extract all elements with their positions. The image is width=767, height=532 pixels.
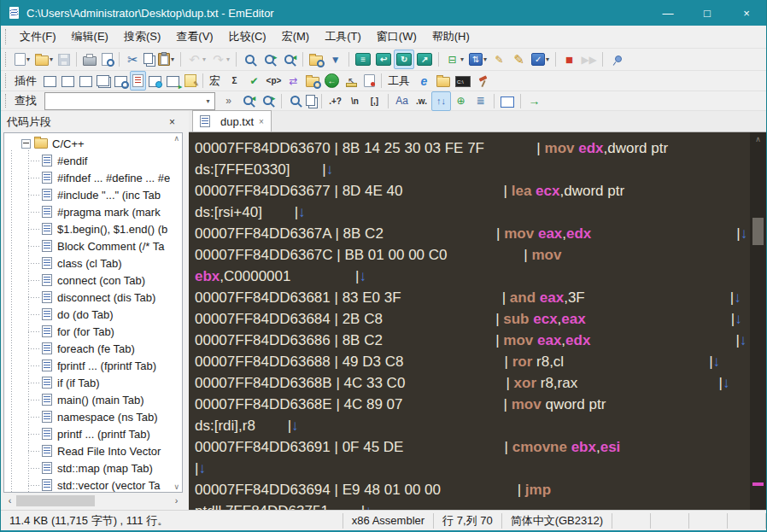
tool-hammer-button[interactable] (473, 71, 493, 91)
print-button[interactable] (80, 50, 99, 69)
editor-line[interactable]: 00007FF84DD63694 | E9 48 01 00 00 | jmp (195, 479, 750, 500)
find-input[interactable] (45, 95, 202, 107)
macro-select-button[interactable]: ↖ (342, 71, 361, 91)
match-case-button[interactable]: Aa (392, 91, 412, 111)
status-encoding[interactable]: 简体中文(GB2312) (502, 513, 612, 529)
status-cursor-position[interactable]: 行 7,列 70 (434, 513, 502, 529)
incremental-search-button[interactable]: ↑↓ (431, 91, 451, 111)
snippet-item[interactable]: std::vector (vector Ta (4, 476, 170, 492)
macro-stop-doc-button[interactable] (361, 71, 378, 91)
snippet-item[interactable]: Read File Into Vector (4, 442, 170, 459)
snippet-item[interactable]: disconnect (dis Tab) (4, 289, 170, 306)
editor-content[interactable]: 00007FF84DD63670 | 8B 14 25 30 03 FE 7F … (189, 132, 750, 510)
macro-p-tag-button[interactable]: <p> (264, 71, 284, 91)
macro-arrows-button[interactable]: ⇄ (284, 71, 303, 91)
plugin-outline-text-button[interactable] (77, 71, 95, 91)
macro-options-button[interactable]: ✓▾ (529, 50, 552, 69)
use-regex-button[interactable]: .+? (325, 91, 345, 111)
scroll-left-icon[interactable]: ‹ (3, 494, 16, 507)
snippet-item[interactable]: if (if Tab) (4, 374, 170, 391)
editor-line[interactable]: ds:[rsi+40] |↓ (195, 202, 750, 223)
editor-line[interactable]: 00007FF84DD63677 | 8D 4E 40 | lea ecx,dw… (195, 180, 750, 202)
scrollbar-thumb[interactable] (752, 218, 764, 245)
snippet-item[interactable]: connect (con Tab) (4, 272, 170, 289)
sync-scroll-button[interactable]: ⇅▾ (466, 50, 489, 69)
plugin-web-preview-button[interactable] (146, 71, 164, 91)
editor-line[interactable]: ebx,C0000001 |↓ (195, 266, 750, 287)
snippet-item[interactable]: class (cl Tab) (4, 254, 170, 272)
use-escape-sequence-button[interactable]: \n (345, 91, 365, 111)
snippet-item[interactable]: #ifndef ... #define ... #e (4, 169, 170, 186)
tree-root-cpp[interactable]: C/C++ (4, 135, 170, 152)
open-file-button[interactable]: ▾ (32, 50, 56, 69)
snippet-item[interactable]: #include "..." (inc Tab (4, 186, 170, 203)
scrollbar-track[interactable] (16, 494, 170, 507)
snippet-item[interactable]: #pragma mark (mark (4, 203, 170, 220)
find-all-button[interactable] (285, 91, 305, 111)
snippet-item[interactable]: foreach (fe Tab) (4, 340, 170, 357)
whole-word-button[interactable]: .w. (412, 91, 431, 111)
snippet-item[interactable]: do (do Tab) (4, 306, 170, 323)
scroll-right-icon[interactable]: › (170, 494, 183, 507)
menu-item-m[interactable]: 宏(M) (274, 26, 318, 48)
menu-item-h[interactable]: 帮助(H) (424, 26, 477, 48)
plugin-snippets-button[interactable] (130, 71, 146, 91)
snippet-item[interactable]: main() (main Tab) (4, 391, 170, 408)
record-macro-button[interactable]: ✎ (489, 50, 509, 69)
scroll-up-icon[interactable]: ∧ (750, 132, 766, 146)
no-wrap-button[interactable]: ≡ (353, 50, 373, 69)
copy-results-button[interactable] (305, 91, 318, 111)
editor-line[interactable]: 00007FF84DD63691 | 0F 45 DE | cmovne ebx… (195, 436, 750, 458)
tab-dup-txt[interactable]: dup.txt × (192, 110, 272, 132)
new-file-button[interactable]: ▾ (12, 50, 32, 69)
pin-button[interactable] (606, 50, 625, 69)
filter-screen-button[interactable] (498, 91, 517, 111)
editor-line[interactable]: ntdll.7FF84DD63751 |↓ (195, 500, 750, 510)
snippets-panel-close-icon[interactable]: × (167, 116, 178, 128)
play-macro-button[interactable]: ✎ (509, 50, 529, 69)
menu-item-t[interactable]: 工具(T) (317, 26, 369, 48)
plugin-open-documents-button[interactable] (95, 71, 112, 91)
undo-button[interactable]: ↶▾ (184, 50, 208, 69)
snippet-item[interactable]: for (for Tab) (4, 323, 170, 340)
record-indicator-button[interactable]: ■ (559, 50, 579, 69)
editor-line[interactable]: |↓ (195, 458, 750, 479)
find-next-button[interactable]: ▸ (260, 50, 279, 69)
maximize-button[interactable]: □ (688, 0, 727, 26)
snippet-item[interactable]: fprintf ... (fprintf Tab) (4, 357, 170, 374)
snippet-item[interactable]: $1.begin(), $1.end() (b (4, 220, 170, 237)
plugin-window-button[interactable] (164, 71, 182, 91)
tool-browser-button[interactable]: e (414, 71, 434, 91)
outline-button[interactable]: ⊟▾ (442, 50, 466, 69)
editor-line[interactable]: 00007FF84DD6367C | BB 01 00 00 C0 | mov (195, 244, 750, 266)
minimize-button[interactable]: — (648, 0, 688, 26)
tool-command-prompt-button[interactable]: C:\ (453, 71, 473, 91)
menu-item-f[interactable]: 文件(F) (12, 26, 64, 48)
plugin-html-bar-button[interactable] (59, 71, 77, 91)
jump-next-button[interactable]: → (524, 91, 544, 111)
scroll-down-icon[interactable]: ∨ (173, 482, 179, 491)
macro-back-button[interactable]: ← (322, 71, 342, 91)
snippet-item[interactable]: printf ... (printf Tab) (4, 425, 170, 442)
snippet-item[interactable]: namespace (ns Tab) (4, 408, 170, 425)
save-button[interactable] (56, 50, 73, 69)
snippet-item[interactable]: std::map (map Tab) (4, 459, 170, 476)
copy-button[interactable] (143, 50, 155, 69)
close-button[interactable]: × (727, 0, 766, 26)
list-results-button[interactable]: ≣ (471, 91, 490, 111)
snippet-item[interactable]: #endif (4, 152, 170, 169)
wrap-by-window-button[interactable]: ↻ (394, 50, 414, 69)
highlight-all-button[interactable]: ⊕ (451, 91, 471, 111)
cut-button[interactable]: ✂ (123, 50, 143, 69)
editor-line[interactable]: 00007FF84DD63684 | 2B C8 | sub ecx,eax |… (195, 308, 750, 330)
plugin-word-count-button[interactable] (182, 71, 199, 91)
menu-item-e[interactable]: 编辑(E) (64, 26, 116, 48)
filter-button[interactable]: ▼ (325, 50, 345, 69)
search-previous-button[interactable]: ◂ (238, 91, 258, 111)
menu-item-c[interactable]: 比较(C) (221, 26, 274, 48)
editor-line[interactable]: ds:[rdi],r8 |↓ (195, 415, 750, 436)
editor-line[interactable]: 00007FF84DD63688 | 49 D3 C8 | ror r8,cl … (195, 351, 750, 372)
scrollbar-thumb[interactable] (16, 495, 95, 506)
overflow-button[interactable]: » (219, 91, 238, 111)
collapse-icon[interactable] (21, 139, 31, 149)
